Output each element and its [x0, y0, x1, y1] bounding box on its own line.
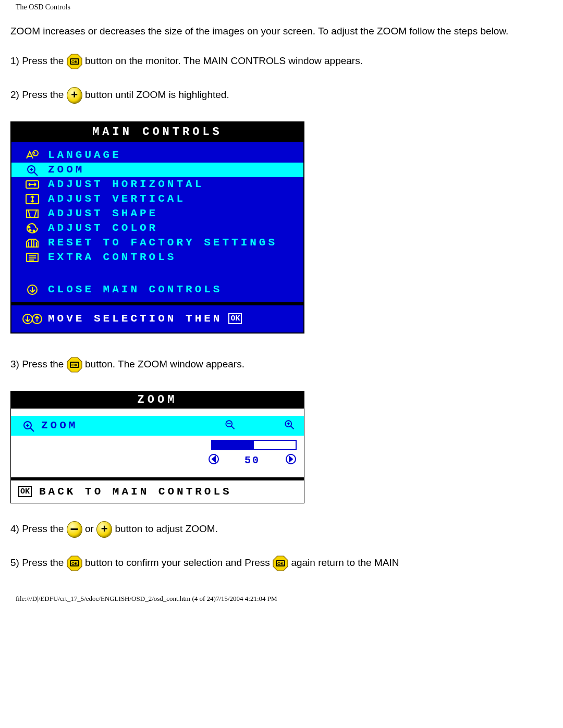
- step-1-text-a: 1) Press the: [10, 55, 67, 68]
- menu-item-factory-reset[interactable]: RESET TO FACTORY SETTINGS: [11, 236, 303, 250]
- zoom-gauge-fill: [212, 441, 254, 449]
- footer-path: file:///D|/EDFU/crt_17_5/edoc/ENGLISH/OS…: [16, 595, 553, 603]
- zoom-footer[interactable]: OK BACK TO MAIN CONTROLS: [11, 477, 304, 503]
- footer-label: MOVE SELECTION THEN: [48, 313, 222, 325]
- up-down-arrows-icon: [17, 313, 48, 325]
- svg-line-35: [291, 426, 294, 429]
- menu-item-adjust-horizontal[interactable]: ADJUST HORIZONTAL: [11, 177, 303, 192]
- main-controls-panel: MAIN CONTROLS ? LANGUAGE ZOOM ADJUST HOR…: [10, 121, 304, 334]
- svg-text:OK: OK: [277, 561, 284, 566]
- step-3-text-b: button. The ZOOM window appears.: [82, 358, 244, 371]
- zoom-out-icon: [224, 418, 236, 434]
- step-4-or: or: [82, 523, 96, 536]
- svg-text:?: ?: [33, 151, 38, 156]
- menu-item-label: ADJUST HORIZONTAL: [48, 178, 204, 190]
- menu-item-label: ZOOM: [48, 164, 84, 176]
- left-arrow-icon[interactable]: [208, 453, 219, 468]
- menu-item-close[interactable]: CLOSE MAIN CONTROLS: [11, 280, 303, 302]
- zoom-item-row[interactable]: ZOOM: [11, 416, 304, 436]
- step-2: 2) Press the + button until ZOOM is high…: [10, 88, 553, 103]
- plus-button-icon: +: [67, 88, 82, 103]
- svg-point-15: [30, 229, 31, 231]
- menu-item-adjust-shape[interactable]: ADJUST SHAPE: [11, 206, 303, 221]
- zoom-back-label: BACK TO MAIN CONTROLS: [39, 486, 232, 498]
- menu-item-label: RESET TO FACTORY SETTINGS: [48, 237, 277, 249]
- step-3: 3) Press the OK button. The ZOOM window …: [10, 357, 553, 373]
- menu-item-label: LANGUAGE: [48, 149, 121, 161]
- step-5-text-b: button to confirm your selection and Pre…: [82, 557, 273, 570]
- menu-item-label: EXTRA CONTROLS: [48, 251, 176, 263]
- menu-item-zoom[interactable]: ZOOM: [11, 163, 303, 177]
- adjust-color-icon: [17, 222, 48, 235]
- svg-text:OK: OK: [71, 363, 78, 367]
- plus-button-icon: +: [96, 522, 112, 537]
- zoom-panel: ZOOM ZOOM: [10, 391, 304, 503]
- close-label: CLOSE MAIN CONTROLS: [48, 283, 222, 295]
- zoom-gauge[interactable]: [211, 440, 297, 450]
- zoom-value: 50: [244, 454, 260, 466]
- main-controls-title: MAIN CONTROLS: [11, 122, 303, 142]
- step-4-text-b: button to adjust ZOOM.: [112, 523, 218, 536]
- main-controls-footer: MOVE SELECTION THEN OK: [11, 302, 303, 332]
- minus-button-icon: −: [67, 522, 82, 537]
- adjust-vertical-icon: [17, 193, 48, 205]
- menu-item-label: ADJUST VERTICAL: [48, 193, 186, 205]
- svg-text:OK: OK: [71, 561, 78, 566]
- ok-glyph-icon: OK: [18, 486, 32, 497]
- menu-item-label: ADJUST COLOR: [48, 222, 158, 234]
- svg-line-6: [34, 172, 38, 176]
- main-controls-body: ? LANGUAGE ZOOM ADJUST HORIZONTAL: [11, 142, 303, 302]
- zoom-in-icon: [17, 164, 48, 176]
- svg-line-28: [30, 428, 34, 431]
- step-4: 4) Press the − or + button to adjust ZOO…: [10, 522, 553, 537]
- language-icon: ?: [17, 149, 48, 162]
- menu-item-extra-controls[interactable]: EXTRA CONTROLS: [11, 250, 303, 265]
- ok-glyph-icon: OK: [228, 313, 242, 324]
- adjust-shape-icon: [17, 207, 48, 220]
- right-arrow-icon[interactable]: [285, 453, 297, 468]
- extra-controls-icon: [17, 251, 48, 264]
- ok-button-icon: OK: [67, 357, 82, 373]
- svg-point-14: [29, 226, 30, 228]
- ok-button-icon: OK: [67, 556, 82, 571]
- step-2-text-a: 2) Press the: [10, 89, 67, 102]
- step-5: 5) Press the OK button to confirm your s…: [10, 556, 553, 571]
- step-1: 1) Press the OK button on the monitor. T…: [10, 54, 553, 69]
- page-title: The OSD Controls: [16, 3, 553, 11]
- menu-item-label: ADJUST SHAPE: [48, 207, 158, 219]
- intro-text: ZOOM increases or decreases the size of …: [10, 24, 553, 38]
- svg-line-32: [231, 426, 235, 429]
- menu-item-language[interactable]: ? LANGUAGE: [11, 148, 303, 163]
- zoom-item-label: ZOOM: [41, 419, 78, 431]
- zoom-in-icon: [16, 419, 41, 432]
- step-5-text-c: again return to the MAIN: [288, 557, 399, 570]
- menu-item-adjust-color[interactable]: ADJUST COLOR: [11, 221, 303, 236]
- step-1-text-b: button on the monitor. The MAIN CONTROLS…: [82, 55, 363, 68]
- step-3-text-a: 3) Press the: [10, 358, 67, 371]
- step-2-text-b: button until ZOOM is highlighted.: [82, 89, 229, 102]
- ok-button-icon: OK: [273, 556, 288, 571]
- zoom-title: ZOOM: [11, 391, 304, 409]
- ok-button-icon: OK: [67, 54, 82, 69]
- step-5-text-a: 5) Press the: [10, 557, 67, 570]
- svg-text:OK: OK: [71, 59, 78, 64]
- factory-reset-icon: [17, 237, 48, 249]
- zoom-in-icon: [283, 418, 296, 434]
- svg-point-16: [33, 230, 35, 231]
- down-arrow-icon: [17, 283, 48, 296]
- menu-item-adjust-vertical[interactable]: ADJUST VERTICAL: [11, 192, 303, 206]
- step-4-text-a: 4) Press the: [10, 523, 67, 536]
- adjust-horizontal-icon: [17, 178, 48, 191]
